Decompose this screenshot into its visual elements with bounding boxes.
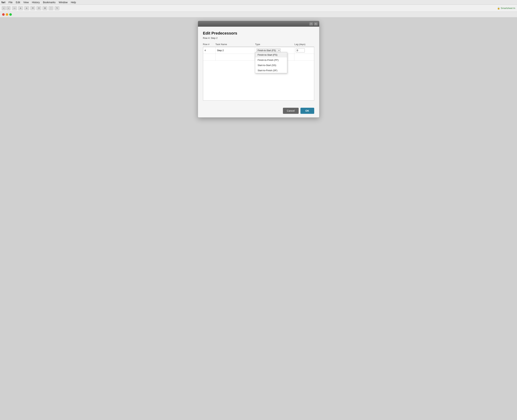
traffic-light-yellow[interactable] [6, 13, 8, 16]
address-bar-area: 🔒 Smartsheet In [265, 7, 515, 9]
font-small-icon[interactable]: A [18, 6, 23, 10]
close-button[interactable]: ✕ [314, 22, 318, 26]
table-header: Row # Task Name Type Lag (days) [203, 43, 314, 47]
col-header-lag: Lag (days) [295, 43, 314, 46]
lag-cell-1[interactable] [294, 47, 314, 54]
dialog-titlebar: ? ✕ [198, 21, 319, 27]
nav-buttons: < > [2, 6, 10, 10]
task-name-cell-2 [216, 54, 255, 60]
copy-icon[interactable]: ⊞ [43, 6, 47, 10]
task-name-cell-1: Step 2 [216, 47, 255, 54]
row-number-1: 4 [205, 49, 206, 52]
menu-bar: fari File Edit View History Bookmarks Wi… [0, 0, 517, 5]
menu-edit[interactable]: Edit [16, 1, 20, 4]
traffic-light-green[interactable] [9, 13, 12, 16]
dialog-body: Edit Predecessors Row 4: Step 2 Row # Ta… [198, 27, 319, 105]
menu-file[interactable]: File [8, 1, 13, 4]
type-select-container-1[interactable]: Finish-to-Start (FS) Finish-to-Finish (F… [256, 48, 281, 52]
dialog-subtitle: Row 4: Step 2 [203, 37, 314, 39]
dropdown-option-fs[interactable]: Finish-to-Start (FS) [255, 52, 287, 57]
task-name-1: Step 2 [217, 49, 224, 52]
dropdown-option-sf[interactable]: Start-to-Finish (SF) [255, 68, 287, 73]
ok-button[interactable]: OK [300, 108, 314, 114]
row-num-cell-1: 4 [203, 47, 216, 54]
mail-icon[interactable]: ✉ [30, 6, 35, 10]
type-cell-1[interactable]: Finish-to-Start (FS) Finish-to-Finish (F… [255, 47, 294, 54]
col-header-type: Type [255, 43, 295, 46]
dropdown-option-ff[interactable]: Finish-to-Finish (FF) [255, 57, 287, 63]
menu-bookmarks[interactable]: Bookmarks [43, 1, 55, 4]
traffic-light-red[interactable] [2, 13, 5, 16]
smartsheet-label: Smartsheet In [501, 7, 515, 9]
reload-icon[interactable]: ↻ [55, 6, 59, 10]
row-num-cell-2 [203, 54, 216, 60]
app-name: fari [1, 1, 5, 4]
col-header-task-name: Task Name [215, 43, 255, 46]
menu-window[interactable]: Window [59, 1, 68, 4]
browser-toolbar: < > ▭ A A ✉ ⊡ ⊞ ⛶ ↻ 🔒 Smartsheet In [0, 5, 517, 12]
font-large-icon[interactable]: A [24, 6, 29, 10]
menu-help[interactable]: Help [71, 1, 76, 4]
type-dropdown-menu[interactable]: Finish-to-Start (FS) Finish-to-Finish (F… [255, 52, 287, 73]
help-button[interactable]: ? [309, 22, 313, 26]
menu-view[interactable]: View [23, 1, 29, 4]
menu-history[interactable]: History [32, 1, 40, 4]
table-area: 4 Step 2 Finish-to-Start (FS) Finish-to-… [203, 47, 314, 101]
cancel-button[interactable]: Cancel [283, 108, 299, 114]
dialog-footer: Cancel OK [198, 105, 319, 117]
lag-cell-2 [294, 54, 314, 60]
table-row: 4 Step 2 Finish-to-Start (FS) Finish-to-… [203, 47, 314, 54]
lock-icon: 🔒 [497, 7, 500, 9]
col-header-row-num: Row # [203, 43, 215, 46]
traffic-lights-bar [0, 12, 517, 17]
bookmark-icon[interactable]: ⛶ [49, 6, 53, 10]
lag-input-1[interactable] [296, 48, 305, 52]
back-button[interactable]: < [2, 6, 6, 10]
dialog-title: Edit Predecessors [203, 31, 314, 36]
forward-button[interactable]: > [7, 6, 10, 10]
type-select-1[interactable]: Finish-to-Start (FS) Finish-to-Finish (F… [256, 48, 281, 52]
tab-icon[interactable]: ▭ [12, 6, 17, 10]
dropdown-option-ss[interactable]: Start-to-Start (SS) [255, 63, 287, 68]
main-content: ? ✕ Edit Predecessors Row 4: Step 2 Row … [0, 17, 517, 121]
toolbar-icons: ▭ A A ✉ ⊡ ⊞ ⛶ ↻ [12, 6, 263, 10]
share-icon[interactable]: ⊡ [37, 6, 41, 10]
edit-predecessors-dialog: ? ✕ Edit Predecessors Row 4: Step 2 Row … [198, 21, 319, 118]
